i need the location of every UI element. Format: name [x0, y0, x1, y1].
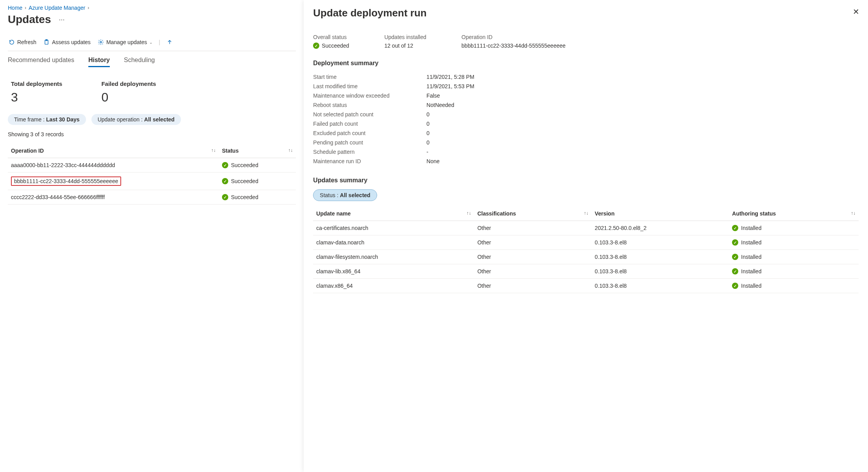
status-filter-label: Status : [320, 192, 338, 198]
more-actions-button[interactable]: ··· [57, 16, 66, 24]
history-header-status[interactable]: Status ↑↓ [219, 144, 296, 158]
update-version-cell: 0.103.3-8.el8 [592, 235, 729, 250]
updates-header-name[interactable]: Update name↑↓ [313, 207, 474, 221]
kv-row: Excluded patch count0 [313, 128, 859, 138]
table-row[interactable]: cccc2222-dd33-4444-55ee-666666ffffff✓Suc… [8, 190, 296, 205]
close-button[interactable]: ✕ [853, 7, 859, 16]
manage-updates-button[interactable]: Manage updates ⌄ [97, 37, 153, 47]
kv-key: Reboot status [313, 102, 426, 108]
upload-button[interactable] [166, 37, 174, 47]
kv-value: - [426, 149, 428, 155]
tab-recommended[interactable]: Recommended updates [8, 57, 74, 67]
updates-header-version[interactable]: Version [592, 207, 729, 221]
breadcrumb: Home › Azure Update Manager › [8, 5, 296, 11]
toolbar-divider: | [159, 39, 160, 45]
kv-row: Start time11/9/2021, 5:28 PM [313, 72, 859, 82]
operation-id-label: Operation ID [462, 34, 566, 40]
overview-operation-id: Operation ID bbbb1111-cc22-3333-44dd-555… [462, 34, 566, 49]
stat-failed-deployments: Failed deployments 0 [101, 80, 156, 105]
status-filter-pill[interactable]: Status : All selected [313, 189, 377, 201]
chevron-right-icon: › [25, 5, 26, 11]
update-class-cell: Other [474, 279, 591, 293]
refresh-button[interactable]: Refresh [8, 37, 37, 47]
kv-value: False [426, 93, 440, 99]
kv-key: Not selected patch count [313, 111, 426, 118]
updates-header-auth[interactable]: Authoring status↑↓ [729, 207, 859, 221]
updates-header-class[interactable]: Classifications↑↓ [474, 207, 591, 221]
status-cell: ✓Succeeded [219, 158, 296, 173]
operation-id-cell: aaaa0000-bb11-2222-33cc-444444dddddd [8, 158, 219, 173]
filter-timeframe-pill[interactable]: Time frame : Last 30 Days [8, 114, 86, 125]
table-row[interactable]: clamav-data.noarchOther0.103.3-8.el8✓Ins… [313, 235, 859, 250]
operation-id-cell: cccc2222-dd33-4444-55ee-666666ffffff [8, 190, 219, 205]
check-circle-icon: ✓ [732, 225, 738, 231]
chevron-right-icon: › [88, 5, 89, 11]
clipboard-icon [43, 39, 50, 45]
update-class-cell: Other [474, 235, 591, 250]
table-row[interactable]: clamav-filesystem.noarchOther0.103.3-8.e… [313, 250, 859, 264]
kv-value: 0 [426, 121, 430, 127]
check-circle-icon: ✓ [732, 254, 738, 260]
update-version-cell: 0.103.3-8.el8 [592, 264, 729, 279]
chevron-down-icon: ⌄ [149, 40, 152, 45]
update-auth-cell: ✓Installed [729, 235, 859, 250]
updates-installed-value: 12 out of 12 [384, 43, 426, 49]
status-filter-value: All selected [340, 192, 370, 198]
overall-status-label: Overall status [313, 34, 349, 40]
kv-value: 11/9/2021, 5:28 PM [426, 74, 474, 80]
gear-icon [98, 39, 104, 45]
svg-point-2 [100, 41, 102, 43]
table-row[interactable]: aaaa0000-bb11-2222-33cc-444444dddddd✓Suc… [8, 158, 296, 173]
table-row[interactable]: bbbb1111-cc22-3333-44dd-555555eeeeee✓Suc… [8, 173, 296, 190]
deployment-summary-table: Start time11/9/2021, 5:28 PMLast modifie… [313, 72, 859, 166]
update-name-cell: ca-certificates.noarch [313, 221, 474, 235]
table-row[interactable]: ca-certificates.noarchOther2021.2.50-80.… [313, 221, 859, 235]
kv-value: 0 [426, 139, 430, 146]
kv-value: None [426, 158, 439, 164]
refresh-label: Refresh [17, 39, 36, 45]
updates-table: Update name↑↓ Classifications↑↓ Version … [313, 207, 859, 293]
update-name-cell: clamav-filesystem.noarch [313, 250, 474, 264]
kv-key: Last modified time [313, 83, 426, 89]
assess-label: Assess updates [52, 39, 91, 45]
operation-id-value: bbbb1111-cc22-3333-44dd-555555eeeeee [462, 43, 566, 49]
filter-operation-value: All selected [144, 116, 175, 123]
history-header-opid[interactable]: Operation ID ↑↓ [8, 144, 219, 158]
check-circle-icon: ✓ [222, 162, 228, 168]
sort-icon: ↑↓ [288, 148, 293, 153]
operation-id-cell: bbbb1111-cc22-3333-44dd-555555eeeeee [8, 173, 219, 190]
update-name-cell: clamav-data.noarch [313, 235, 474, 250]
breadcrumb-home[interactable]: Home [8, 5, 22, 11]
sort-icon: ↑↓ [211, 148, 216, 153]
update-class-cell: Other [474, 221, 591, 235]
check-circle-icon: ✓ [732, 239, 738, 246]
assess-updates-button[interactable]: Assess updates [43, 37, 91, 47]
tab-scheduling[interactable]: Scheduling [124, 57, 155, 67]
filter-operation-pill[interactable]: Update operation : All selected [91, 114, 181, 125]
update-name-cell: clamav.x86_64 [313, 279, 474, 293]
check-circle-icon: ✓ [313, 43, 319, 49]
tab-history[interactable]: History [88, 57, 110, 67]
manage-label: Manage updates [106, 39, 147, 45]
refresh-icon [9, 39, 15, 45]
update-auth-cell: ✓Installed [729, 264, 859, 279]
table-row[interactable]: clamav.x86_64Other0.103.3-8.el8✓Installe… [313, 279, 859, 293]
kv-row: Failed patch count0 [313, 119, 859, 128]
update-auth-cell: ✓Installed [729, 250, 859, 264]
table-row[interactable]: clamav-lib.x86_64Other0.103.3-8.el8✓Inst… [313, 264, 859, 279]
sort-icon: ↑↓ [466, 210, 471, 216]
kv-key: Start time [313, 74, 426, 80]
kv-value: 11/9/2021, 5:53 PM [426, 83, 474, 89]
overview-updates-installed: Updates installed 12 out of 12 [384, 34, 426, 49]
sort-icon: ↑↓ [851, 210, 855, 216]
records-count-text: Showing 3 of 3 records [8, 131, 296, 137]
breadcrumb-service[interactable]: Azure Update Manager [29, 5, 85, 11]
panel-title: Update deployment run [313, 7, 859, 19]
update-class-cell: Other [474, 264, 591, 279]
check-circle-icon: ✓ [732, 283, 738, 289]
overall-status-value: Succeeded [322, 43, 349, 49]
kv-value: NotNeeded [426, 102, 454, 108]
page-title: Updates [8, 13, 51, 26]
check-circle-icon: ✓ [222, 194, 228, 200]
filter-timeframe-value: Last 30 Days [46, 116, 80, 123]
